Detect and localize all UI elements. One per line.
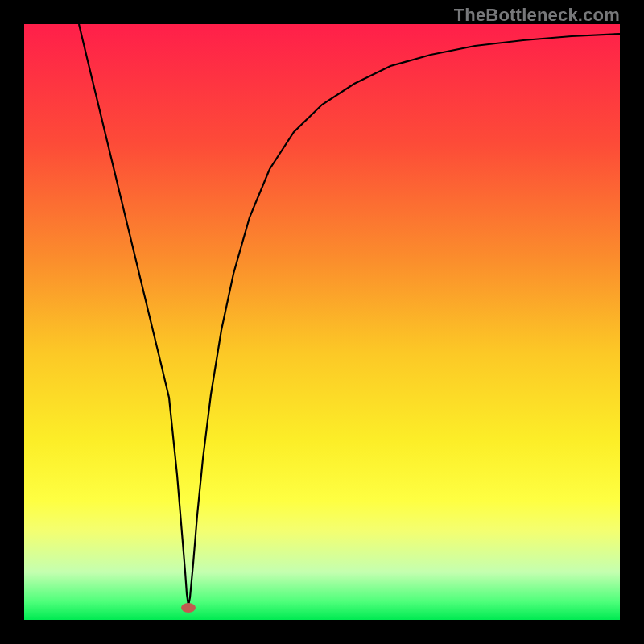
chart-frame: [24, 24, 620, 620]
attribution-text: TheBottleneck.com: [454, 5, 620, 26]
chart-svg: [24, 24, 620, 620]
minimum-marker: [181, 603, 196, 613]
background-rect: [24, 24, 620, 620]
